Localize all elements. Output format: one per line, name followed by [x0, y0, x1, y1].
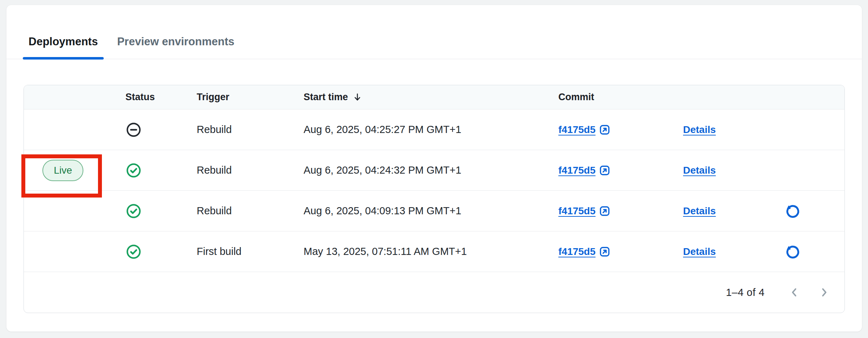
header-commit-label: Commit [558, 92, 594, 103]
commit-hash: f4175d5 [558, 205, 595, 217]
commit-hash: f4175d5 [558, 124, 595, 135]
deployments-table: Status Trigger Start time Commit Rebuild… [24, 85, 845, 313]
minus-circle-icon [125, 122, 142, 138]
pagination-bar: 1–4 of 4 [24, 272, 844, 313]
pagination-prev-button[interactable] [785, 283, 803, 301]
pagination-next-button[interactable] [815, 283, 833, 301]
external-link-icon [599, 205, 610, 217]
details-link[interactable]: Details [683, 165, 716, 176]
retry-build-button[interactable] [785, 244, 801, 260]
start-time-value: Aug 6, 2025, 04:24:32 PM GMT+1 [304, 164, 461, 176]
deployments-card: Deployments Preview environments Status … [6, 5, 862, 332]
table-header-row: Status Trigger Start time Commit [24, 85, 844, 109]
details-link[interactable]: Details [683, 246, 716, 257]
check-circle-icon [125, 162, 142, 179]
table-row: Rebuild Aug 6, 2025, 04:25:27 PM GMT+1 f… [24, 109, 844, 150]
retry-build-button[interactable] [785, 203, 801, 219]
table-row: First build May 13, 2025, 07:51:11 AM GM… [24, 231, 844, 272]
retry-ccw-icon [785, 203, 801, 219]
header-start-time-label: Start time [304, 92, 348, 103]
check-circle-icon [125, 244, 142, 260]
details-link[interactable]: Details [683, 205, 716, 217]
start-time-value: May 13, 2025, 07:51:11 AM GMT+1 [304, 246, 467, 257]
tab-bar: Deployments Preview environments [6, 5, 862, 59]
header-trigger-label: Trigger [197, 92, 229, 103]
details-link[interactable]: Details [683, 124, 716, 135]
chevron-left-icon [787, 286, 801, 299]
arrow-down-icon [352, 92, 362, 102]
table-row: Rebuild Aug 6, 2025, 04:09:13 PM GMT+1 f… [24, 190, 844, 231]
header-cell-status: Status [125, 92, 197, 103]
header-cell-commit: Commit [558, 92, 683, 103]
commit-link[interactable]: f4175d5 [558, 165, 610, 176]
trigger-value: Rebuild [197, 164, 232, 176]
header-status-label: Status [125, 92, 155, 103]
external-link-icon [599, 246, 610, 257]
commit-link[interactable]: f4175d5 [558, 205, 610, 217]
trigger-value: Rebuild [197, 205, 232, 217]
commit-hash: f4175d5 [558, 165, 595, 176]
check-circle-icon [125, 203, 142, 219]
retry-ccw-icon [785, 244, 801, 260]
commit-link[interactable]: f4175d5 [558, 124, 610, 135]
commit-link[interactable]: f4175d5 [558, 246, 610, 257]
tab-preview-environments[interactable]: Preview environments [112, 35, 240, 59]
chevron-right-icon [817, 286, 831, 299]
start-time-value: Aug 6, 2025, 04:25:27 PM GMT+1 [304, 124, 461, 135]
external-link-icon [599, 124, 610, 135]
live-badge: Live [42, 160, 83, 181]
header-cell-start-time[interactable]: Start time [304, 92, 558, 103]
external-link-icon [599, 165, 610, 176]
trigger-value: Rebuild [197, 124, 232, 135]
header-cell-trigger: Trigger [197, 92, 304, 103]
start-time-value: Aug 6, 2025, 04:09:13 PM GMT+1 [304, 205, 461, 217]
table-row: Live Rebuild Aug 6, 2025, 04:24:32 PM GM… [24, 150, 844, 190]
pagination-range-label: 1–4 of 4 [726, 287, 765, 298]
tab-deployments[interactable]: Deployments [23, 35, 104, 59]
commit-hash: f4175d5 [558, 246, 595, 257]
trigger-value: First build [197, 246, 242, 257]
